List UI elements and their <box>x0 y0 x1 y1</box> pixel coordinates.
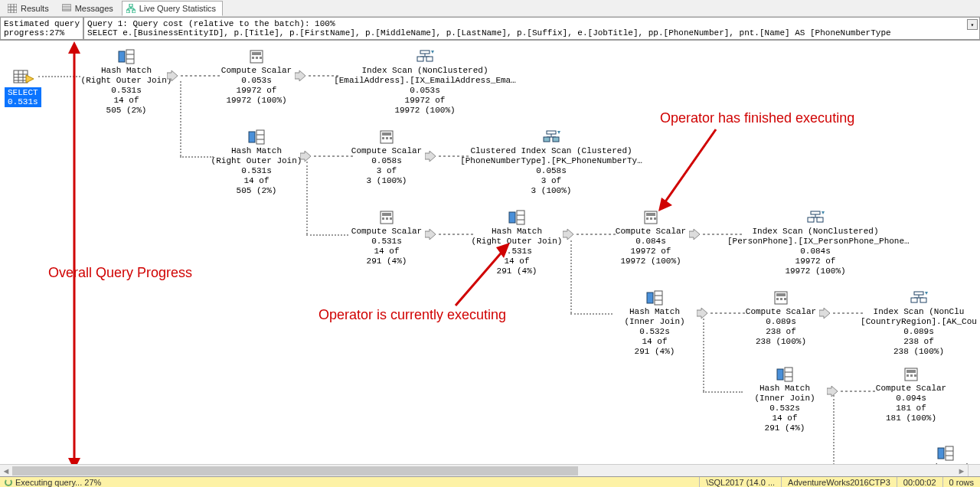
svg-rect-92 <box>776 298 779 300</box>
svg-rect-34 <box>417 57 423 61</box>
operator-hash-match-4[interactable]: Hash Match (Inner Join) 0.532s 14 of 291… <box>612 290 697 357</box>
connector <box>703 391 743 393</box>
operator-index-scan-3[interactable]: Index Scan (NonClustered) [PersonPhone].… <box>727 210 903 276</box>
svg-marker-36 <box>431 51 434 54</box>
tab-live-label: Live Query Statistics <box>139 4 216 13</box>
scroll-right-icon[interactable]: ► <box>956 465 968 477</box>
estimated-progress: Estimated queryprogress:27% <box>0 17 83 40</box>
result-tabs: Results Messages Live Query Statistics <box>0 0 980 17</box>
flow-arrow-icon <box>300 151 354 162</box>
svg-rect-91 <box>776 293 786 296</box>
svg-rect-77 <box>808 217 814 222</box>
svg-rect-9 <box>126 10 129 13</box>
flow-arrow-icon <box>295 70 341 81</box>
connector <box>703 319 704 391</box>
svg-rect-15 <box>14 70 28 83</box>
annotation-finished: Operator has finished executing <box>660 110 854 126</box>
query-dropdown-icon[interactable]: ▾ <box>967 19 978 30</box>
svg-marker-56 <box>300 151 311 162</box>
svg-rect-61 <box>382 213 391 216</box>
select-label: SELECT0.531s <box>5 87 41 107</box>
tab-results[interactable]: Results <box>3 1 56 16</box>
svg-rect-0 <box>8 4 17 13</box>
operator-compute-scalar-1[interactable]: Compute Scalar 0.053s 19972 of 19972 (10… <box>218 49 295 106</box>
red-arrow-executing-icon <box>452 237 521 313</box>
operator-hash-match-5[interactable]: Hash Match (Inner Join) 0.532s 14 of 291… <box>743 367 827 433</box>
svg-marker-58 <box>425 151 436 162</box>
svg-marker-121 <box>68 41 80 54</box>
flow-arrow-icon <box>563 229 616 240</box>
svg-marker-84 <box>689 229 700 240</box>
flow-arrow-icon <box>167 70 220 81</box>
status-executing: Executing query... 27% <box>15 478 101 487</box>
svg-rect-47 <box>382 137 384 139</box>
svg-rect-112 <box>910 374 913 377</box>
horizontal-scrollbar[interactable]: ◄ ► <box>0 464 968 476</box>
operator-clustered-index-scan[interactable]: Clustered Index Scan (Clustered) [PhoneN… <box>459 129 643 196</box>
query-header: Estimated queryprogress:27% Query 1: Que… <box>0 17 980 41</box>
svg-marker-37 <box>167 70 178 81</box>
svg-rect-31 <box>420 51 430 54</box>
tab-results-label: Results <box>21 4 49 13</box>
operator-compute-scalar-3[interactable]: Compute Scalar 0.531s 14 of 291 (4%) <box>348 210 425 266</box>
status-elapsed: 00:00:02 <box>897 477 942 487</box>
svg-rect-5 <box>62 5 71 11</box>
svg-marker-100 <box>925 292 928 295</box>
svg-rect-42 <box>256 130 264 144</box>
hash-match-icon <box>247 129 266 145</box>
query-cost-line: Query 1: Query cost (relative to the bat… <box>87 19 976 28</box>
svg-rect-65 <box>509 212 515 223</box>
operator-compute-scalar-2[interactable]: Compute Scalar 0.058s 3 of 3 (100%) <box>348 129 425 186</box>
execution-plan-canvas[interactable]: SELECT0.531s Hash Match (Right Outer Joi… <box>0 41 980 464</box>
hash-match-icon <box>508 210 526 225</box>
svg-rect-110 <box>906 370 916 373</box>
query-sql-line: SELECT e.[BusinessEntityID], p.[Title], … <box>87 28 976 38</box>
spinner-icon <box>5 479 12 486</box>
svg-marker-82 <box>563 229 573 240</box>
svg-rect-50 <box>547 131 556 134</box>
grid-icon <box>7 3 18 14</box>
query-text: Query 1: Query cost (relative to the bat… <box>83 17 980 40</box>
status-server: \SQL2017 (14.0 ... <box>699 477 781 487</box>
svg-marker-80 <box>425 229 436 240</box>
tab-live-query-stats[interactable]: Live Query Statistics <box>122 1 223 16</box>
svg-rect-66 <box>517 211 524 224</box>
svg-rect-106 <box>785 368 792 381</box>
operator-index-scan-4[interactable]: Index Scan (NonClu [CountryRegion].[AK_C… <box>858 290 980 357</box>
compute-scalar-icon <box>902 367 920 382</box>
svg-rect-98 <box>911 298 917 302</box>
compute-scalar-icon <box>377 129 396 145</box>
svg-rect-111 <box>906 374 909 377</box>
flow-arrow-icon <box>819 308 865 319</box>
svg-rect-78 <box>817 217 823 222</box>
svg-rect-29 <box>256 57 258 59</box>
operator-hash-match-2[interactable]: Hash Match (Right Outer Join) 0.531s 14 … <box>211 129 302 196</box>
status-rows: 0 rows <box>942 477 980 487</box>
svg-rect-8 <box>129 4 132 7</box>
svg-rect-71 <box>646 217 648 220</box>
svg-rect-62 <box>382 217 384 220</box>
operator-compute-scalar-5[interactable]: Compute Scalar 0.089s 238 of 238 (100%) <box>743 290 819 347</box>
scroll-left-icon[interactable]: ◄ <box>0 465 12 477</box>
compute-scalar-icon <box>247 49 266 64</box>
svg-rect-87 <box>655 291 662 305</box>
svg-rect-49 <box>390 137 392 139</box>
operator-hash-match-1[interactable]: Hash Match (Right Outer Join) 0.531s 14 … <box>80 49 172 116</box>
index-scan-icon <box>806 210 825 225</box>
hash-match-icon <box>645 290 664 306</box>
tab-messages[interactable]: Messages <box>57 1 120 16</box>
svg-rect-23 <box>126 50 134 64</box>
svg-marker-55 <box>557 131 560 134</box>
svg-rect-30 <box>260 57 262 59</box>
operator-compute-scalar-6[interactable]: Compute Scalar 0.094s 181 of 181 (100%) <box>873 367 949 423</box>
scroll-track[interactable] <box>12 465 956 477</box>
compute-scalar-icon <box>377 210 396 225</box>
operator-compute-scalar-4[interactable]: Compute Scalar 0.084s 19972 of 19972 (10… <box>612 210 689 266</box>
vertical-scrollbar[interactable] <box>968 41 980 464</box>
scroll-thumb[interactable] <box>12 466 578 476</box>
operator-select[interactable]: SELECT0.531s <box>5 69 41 107</box>
operator-index-scan-1[interactable]: Index Scan (NonClustered) [EmailAddress]… <box>329 49 521 116</box>
select-icon <box>12 69 34 86</box>
svg-rect-86 <box>647 293 653 303</box>
svg-rect-116 <box>938 448 944 459</box>
